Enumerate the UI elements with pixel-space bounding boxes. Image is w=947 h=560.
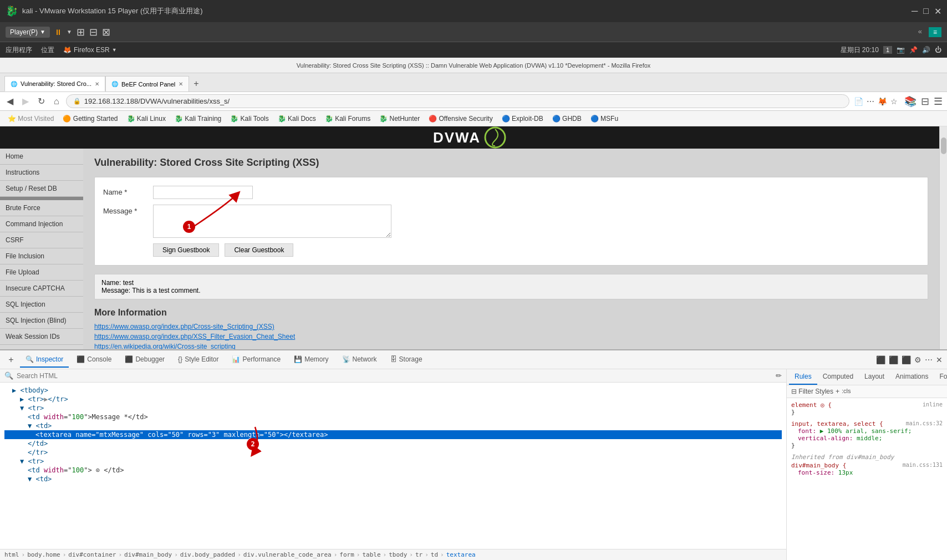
- screenshot-icon[interactable]: 📷: [897, 46, 905, 54]
- page-scrollbar[interactable]: [939, 126, 947, 349]
- pocket-icon[interactable]: 🦊: [878, 97, 887, 106]
- tab-inspector[interactable]: 🔍 Inspector: [20, 352, 69, 368]
- location-menu[interactable]: 位置: [41, 45, 54, 55]
- sidebar-file-inclusion[interactable]: File Inclusion: [0, 248, 83, 264]
- bookmark-nethunter[interactable]: 🐉 NetHunter: [376, 114, 423, 124]
- info-link-1[interactable]: https://www.owasp.org/index.php/XSS_Filt…: [94, 333, 295, 340]
- pencil-icon[interactable]: ✏: [776, 371, 782, 380]
- url-bar[interactable]: 🔒 192.168.132.188/DVWA/vulnerabilities/x…: [66, 94, 849, 108]
- devtools-overflow-icon[interactable]: ⋯: [925, 355, 933, 364]
- maximize-button[interactable]: □: [923, 6, 929, 17]
- reader-view-icon[interactable]: 📄: [854, 97, 863, 106]
- bookmark-star-icon[interactable]: ☆: [890, 97, 898, 106]
- breadcrumb-body-padded[interactable]: div.body_padded: [180, 551, 235, 558]
- library-icon[interactable]: 📚: [904, 95, 917, 108]
- new-tab-button[interactable]: +: [189, 76, 203, 91]
- breadcrumb-tbody[interactable]: tbody: [389, 551, 407, 558]
- scrollbar-thumb[interactable]: [941, 138, 946, 154]
- bookmark-kali-forums[interactable]: 🐉 Kali Forums: [322, 114, 374, 124]
- tab-memory[interactable]: 💾 Memory: [288, 352, 334, 368]
- bookmark-offensive-security[interactable]: 🔴 Offensive Security: [425, 114, 496, 124]
- css-tab-rules[interactable]: Rules: [789, 369, 817, 385]
- sidebar-setup[interactable]: Setup / Reset DB: [0, 181, 83, 197]
- power-icon[interactable]: ⏻: [935, 46, 941, 54]
- bookmark-getting-started[interactable]: 🟠 Getting Started: [59, 114, 121, 124]
- more-options-icon[interactable]: ⋯: [867, 97, 874, 106]
- devtools-settings-icon[interactable]: ⚙: [914, 355, 921, 364]
- css-tab-layout[interactable]: Layout: [859, 369, 890, 385]
- breadcrumb-table[interactable]: table: [362, 551, 380, 558]
- sidebar-instructions[interactable]: Instructions: [0, 165, 83, 181]
- sign-guestbook-button[interactable]: Sign Guestbook: [153, 243, 219, 257]
- back-button[interactable]: ◀: [4, 95, 16, 108]
- bookmark-kali-tools[interactable]: 🐉 Kali Tools: [227, 114, 272, 124]
- breadcrumb-textarea[interactable]: textarea: [446, 551, 476, 558]
- sidebar-csrf[interactable]: CSRF: [0, 232, 83, 248]
- html-search-input[interactable]: [17, 372, 772, 380]
- sidebar-sql-injection-blind[interactable]: SQL Injection (Blind): [0, 313, 83, 329]
- pause-icon[interactable]: ⏸: [54, 28, 62, 37]
- tab-close-0[interactable]: ✕: [95, 81, 99, 87]
- tab-network[interactable]: 📡 Network: [337, 352, 383, 368]
- sidebar-toggle-icon[interactable]: ⊟: [921, 95, 929, 108]
- name-input[interactable]: [153, 186, 253, 199]
- tab-xss[interactable]: 🌐 Vulnerability: Stored Cro... ✕: [4, 76, 105, 91]
- sidebar-file-upload[interactable]: File Upload: [0, 264, 83, 281]
- volume-icon[interactable]: 🔊: [922, 46, 930, 54]
- css-tab-computed[interactable]: Computed: [817, 369, 859, 385]
- sidebar-command-injection[interactable]: Command Injection: [0, 216, 83, 232]
- tab-console[interactable]: ⬛ Console: [71, 352, 117, 368]
- minimize-button[interactable]: ─: [912, 6, 918, 17]
- fullscreen-icon[interactable]: ⊟: [89, 26, 98, 38]
- sidebar-home[interactable]: Home: [0, 149, 83, 165]
- tab-beef[interactable]: 🌐 BeEF Control Panel ✕: [105, 76, 189, 91]
- hamburger-menu[interactable]: ☰: [934, 95, 943, 108]
- html-line-selected[interactable]: <textarea name="mtxMessage" cols="50" ro…: [4, 430, 782, 439]
- breadcrumb-tr[interactable]: tr: [415, 551, 422, 558]
- vmware-action-icon[interactable]: ≡: [929, 27, 941, 37]
- info-link-0[interactable]: https://www.owasp.org/index.php/Cross-si…: [94, 323, 274, 330]
- breadcrumb-td[interactable]: td: [431, 551, 438, 558]
- firefox-menu[interactable]: 🦊 Firefox ESR ▼: [63, 46, 117, 54]
- pin-icon[interactable]: 📌: [909, 46, 918, 54]
- tab-style-editor[interactable]: {} Style Editor: [172, 352, 224, 368]
- css-tab-animations[interactable]: Animations: [890, 369, 934, 385]
- send-ctrl-alt-del-icon[interactable]: ⊞: [77, 26, 85, 38]
- breadcrumb-html[interactable]: html: [4, 551, 19, 558]
- sidebar-weak-session-ids[interactable]: Weak Session IDs: [0, 329, 83, 345]
- bookmark-msfu[interactable]: 🔵 MSFu: [587, 114, 622, 124]
- devtools-split-icon[interactable]: ⬛: [889, 355, 898, 364]
- sidebar-xss-dom[interactable]: XSS (DOM): [0, 345, 83, 349]
- devtools-add-icon[interactable]: +: [4, 353, 18, 366]
- devtools-undock-icon[interactable]: ⬛: [902, 355, 911, 364]
- sidebar-sql-injection[interactable]: SQL Injection: [0, 297, 83, 313]
- tab-performance[interactable]: 📊 Performance: [226, 352, 286, 368]
- tab-storage[interactable]: 🗄 Storage: [385, 352, 428, 368]
- close-button[interactable]: ✕: [934, 6, 941, 17]
- breadcrumb-vuln-area[interactable]: div.vulnerable_code_area: [243, 551, 332, 558]
- player-menu[interactable]: Player(P) ▼: [6, 27, 50, 38]
- window-controls[interactable]: ─ □ ✕: [912, 6, 941, 17]
- unity-icon[interactable]: ⊠: [102, 26, 110, 38]
- back-nav-icon[interactable]: «: [918, 27, 922, 37]
- bookmark-kali-training[interactable]: 🐉 Kali Training: [171, 114, 225, 124]
- add-rule-icon[interactable]: +: [836, 388, 839, 395]
- workspace-badge[interactable]: 1: [883, 46, 892, 54]
- breadcrumb-main-body[interactable]: div#main_body: [124, 551, 172, 558]
- forward-button[interactable]: ▶: [20, 95, 31, 108]
- toggle-pseudoclass-icon[interactable]: :cls: [842, 388, 851, 395]
- apps-menu[interactable]: 应用程序: [6, 45, 32, 55]
- bookmark-kali-linux[interactable]: 🐉 Kali Linux: [124, 114, 169, 124]
- devtools-dock-icon[interactable]: ⬛: [876, 355, 885, 364]
- info-link-2[interactable]: https://en.wikipedia.org/wiki/Cross-site…: [94, 343, 236, 349]
- sidebar-brute-force[interactable]: Brute Force: [0, 200, 83, 216]
- tab-close-1[interactable]: ✕: [179, 81, 183, 87]
- home-button[interactable]: ⌂: [52, 95, 62, 108]
- devtools-close-icon[interactable]: ✕: [936, 355, 943, 364]
- sidebar-insecure-captcha[interactable]: Insecure CAPTCHA: [0, 281, 83, 297]
- bookmark-exploit-db[interactable]: 🔵 Exploit-DB: [498, 114, 547, 124]
- css-tab-fonts[interactable]: Fonts: [934, 369, 947, 385]
- breadcrumb-form[interactable]: form: [339, 551, 354, 558]
- bookmark-most-visited[interactable]: ⭐ Most Visited: [4, 114, 57, 124]
- breadcrumb-body[interactable]: body.home: [27, 551, 60, 558]
